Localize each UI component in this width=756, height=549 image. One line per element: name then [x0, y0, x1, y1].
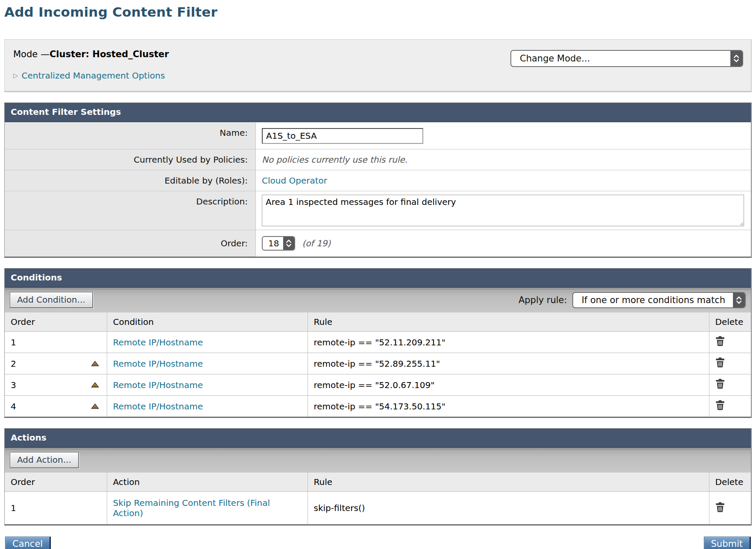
mode-label: Mode — [13, 49, 38, 59]
order-select-value: 18 — [263, 237, 283, 250]
order-select[interactable]: 18 — [262, 236, 295, 251]
actions-header: Actions — [5, 429, 751, 448]
condition-row: 3 Remote IP/Hostname remote-ip == "52.0.… — [5, 374, 751, 396]
conditions-table: Order Condition Rule Delete 1 Remote IP/… — [5, 312, 751, 417]
conditions-header: Conditions — [5, 269, 751, 288]
submit-button[interactable]: Submit — [704, 537, 751, 549]
order-of-note: (of 19) — [302, 238, 331, 248]
conditions-col-condition: Condition — [107, 312, 308, 332]
order-label: Order: — [5, 230, 256, 257]
mode-line: Mode —Cluster: Hosted_Cluster — [13, 49, 169, 59]
add-incoming-content-filter-page: Add Incoming Content Filter Mode —Cluste… — [0, 0, 756, 549]
actions-section: Actions Add Action... Order Action Rule … — [4, 428, 752, 526]
conditions-col-rule: Rule — [308, 312, 709, 332]
select-stepper-icon — [733, 293, 745, 307]
up-down-stepper-icon — [285, 239, 292, 248]
trash-icon — [715, 502, 725, 512]
cloud-operator-link[interactable]: Cloud Operator — [262, 175, 327, 186]
policies-usage-note: No policies currently use this rule. — [262, 155, 407, 165]
description-textarea[interactable]: Area 1 inspected messages for final deli… — [262, 195, 744, 226]
action-order: 1 — [11, 503, 16, 513]
move-up-icon — [91, 382, 99, 388]
condition-rule: remote-ip == "52.89.255.11" — [308, 353, 709, 374]
delete-condition-icon[interactable] — [715, 379, 725, 389]
move-up-icon[interactable] — [91, 361, 99, 367]
conditions-section: Conditions Add Condition... Apply rule: … — [4, 268, 752, 418]
action-type-link[interactable]: Skip Remaining Content Filters (Final Ac… — [113, 498, 297, 518]
condition-order: 2 — [11, 359, 16, 369]
move-up-icon[interactable] — [91, 382, 99, 388]
move-up-icon — [91, 403, 99, 409]
trash-icon — [715, 400, 725, 410]
apply-rule-label: Apply rule: — [519, 295, 567, 305]
move-up-icon — [91, 361, 99, 367]
up-down-stepper-icon — [735, 295, 742, 305]
actions-toolbar: Add Action... — [5, 448, 751, 473]
delete-action-icon[interactable] — [715, 502, 725, 512]
condition-order: 1 — [11, 337, 16, 348]
name-label: Name: — [5, 123, 256, 149]
actions-col-order: Order — [5, 473, 107, 492]
condition-row: 1 Remote IP/Hostname remote-ip == "52.11… — [5, 332, 751, 353]
condition-type-link[interactable]: Remote IP/Hostname — [113, 359, 203, 369]
condition-order: 3 — [11, 380, 16, 390]
cancel-button[interactable]: Cancel — [5, 537, 51, 549]
condition-type-link[interactable]: Remote IP/Hostname — [113, 401, 203, 412]
centralized-management-options-link[interactable]: Centralized Management Options — [22, 70, 165, 81]
mode-dash: — — [41, 49, 50, 59]
name-input[interactable] — [262, 128, 423, 144]
content-filter-settings-header: Content Filter Settings — [5, 103, 751, 122]
select-stepper-icon — [283, 237, 294, 250]
add-condition-button[interactable]: Add Condition... — [10, 292, 93, 308]
editable-by-roles-label: Editable by (Roles): — [5, 170, 256, 191]
trash-icon — [715, 357, 725, 368]
footer-bar: Cancel Submit — [4, 537, 752, 549]
actions-table: Order Action Rule Delete 1 Skip Remainin… — [5, 473, 751, 524]
delete-condition-icon[interactable] — [715, 357, 725, 368]
condition-row: 4 Remote IP/Hostname remote-ip == "54.17… — [5, 396, 751, 417]
currently-used-by-policies-label: Currently Used by Policies: — [5, 149, 256, 170]
action-row: 1 Skip Remaining Content Filters (Final … — [5, 492, 751, 525]
action-rule: skip-filters() — [308, 492, 709, 525]
actions-col-action: Action — [107, 473, 308, 492]
mode-value: Cluster: Hosted_Cluster — [50, 49, 169, 59]
select-stepper-icon — [730, 51, 742, 66]
condition-rule: remote-ip == "54.173.50.115" — [308, 396, 709, 417]
actions-col-rule: Rule — [308, 473, 709, 492]
conditions-toolbar: Add Condition... Apply rule: If one or m… — [5, 288, 751, 312]
up-down-stepper-icon — [733, 54, 740, 63]
condition-row: 2 Remote IP/Hostname remote-ip == "52.89… — [5, 353, 751, 374]
change-mode-select-value: Change Mode... — [511, 51, 730, 66]
apply-rule-select-value: If one or more conditions match — [573, 293, 733, 307]
mode-panel: Mode —Cluster: Hosted_Cluster ▷ Centrali… — [4, 39, 752, 92]
move-up-icon[interactable] — [91, 403, 99, 409]
add-action-button[interactable]: Add Action... — [10, 452, 79, 468]
description-label: Description: — [5, 191, 256, 230]
page-title: Add Incoming Content Filter — [4, 4, 752, 20]
condition-type-link[interactable]: Remote IP/Hostname — [113, 380, 203, 390]
apply-rule-select[interactable]: If one or more conditions match — [572, 292, 746, 308]
conditions-col-delete: Delete — [709, 312, 751, 332]
actions-col-delete: Delete — [709, 473, 751, 492]
condition-type-link[interactable]: Remote IP/Hostname — [113, 337, 203, 348]
condition-rule: remote-ip == "52.11.209.211" — [308, 332, 709, 353]
trash-icon — [715, 336, 725, 346]
condition-rule: remote-ip == "52.0.67.109" — [308, 374, 709, 396]
disclosure-triangle-icon[interactable]: ▷ — [13, 72, 18, 79]
condition-order: 4 — [11, 401, 16, 412]
change-mode-select[interactable]: Change Mode... — [510, 50, 743, 67]
conditions-col-order: Order — [5, 312, 107, 332]
trash-icon — [715, 379, 725, 389]
content-filter-settings-section: Content Filter Settings Name: Currently … — [4, 102, 752, 258]
delete-condition-icon[interactable] — [715, 400, 725, 410]
delete-condition-icon[interactable] — [715, 336, 725, 346]
